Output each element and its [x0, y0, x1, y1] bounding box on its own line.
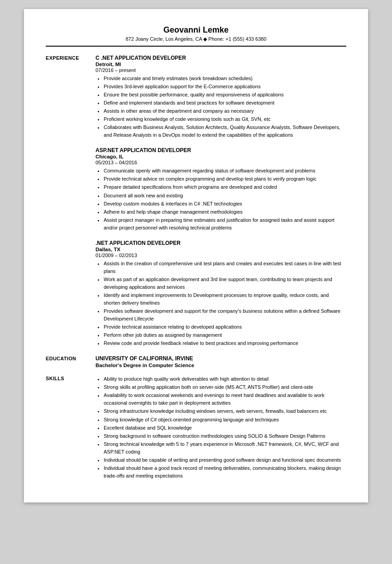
list-item: Perform other job duties as assigned by … — [104, 331, 346, 339]
education-label: EDUCATION — [46, 355, 96, 368]
job-2-bullets: Communicate openly with management regar… — [96, 167, 346, 231]
education-content: UNIVERSITY OF CALIFORNIA, IRVINE Bachelo… — [96, 355, 346, 368]
job-1-title: C .NET APPLICATION DEVELOPER — [96, 55, 346, 61]
list-item: Availability to work occasional weekends… — [104, 392, 346, 407]
list-item: Provide technical advice on complex prog… — [104, 175, 346, 183]
skills-section: SKILLS Ability to produce high quality w… — [46, 375, 346, 481]
list-item: Strong skills at profiling application b… — [104, 383, 346, 391]
job-2: ASP.NET APPLICATION DEVELOPER Chicago, I… — [96, 147, 346, 231]
list-item: Assists in other areas of the department… — [104, 107, 346, 115]
list-item: Strong infrastructure knowledge includin… — [104, 407, 346, 415]
candidate-name: Geovanni Lemke — [46, 25, 346, 35]
job-2-title: ASP.NET APPLICATION DEVELOPER — [96, 147, 346, 153]
resume-page: Geovanni Lemke 872 Joany Circle, Los Ang… — [24, 9, 368, 502]
experience-content: C .NET APPLICATION DEVELOPER Detroit, MI… — [96, 55, 346, 348]
job-3-title: .NET APPLICATION DEVELOPER — [96, 240, 346, 246]
list-item: Strong knowledge of C# object-oriented p… — [104, 416, 346, 424]
job-1: C .NET APPLICATION DEVELOPER Detroit, MI… — [96, 55, 346, 139]
list-item: Identify and implement improvements to D… — [104, 292, 346, 307]
experience-label: EXPERIENCE — [46, 55, 96, 348]
list-item: Proficient working knowledge of code ver… — [104, 115, 346, 123]
skills-bullets: Ability to produce high quality work del… — [96, 375, 346, 480]
list-item: Work as part of an application developme… — [104, 276, 346, 291]
list-item: Communicate openly with management regar… — [104, 167, 346, 175]
list-item: Provides 3rd-level application support f… — [104, 83, 346, 91]
list-item: Document all work new and existing — [104, 192, 346, 200]
experience-section: EXPERIENCE C .NET APPLICATION DEVELOPER … — [46, 55, 346, 348]
list-item: Assist project manager in preparing time… — [104, 216, 346, 232]
job-3-dates: 01/2009 – 02/2013 — [96, 253, 346, 258]
list-item: Individual should be capable of writing … — [104, 456, 346, 464]
list-item: Collaborates with Business Analysts, Sol… — [104, 124, 346, 139]
list-item: Individual should have a good track reco… — [104, 464, 346, 480]
list-item: Develop custom modules & interfaces in C… — [104, 200, 346, 208]
education-section: EDUCATION UNIVERSITY OF CALIFORNIA, IRVI… — [46, 355, 346, 368]
list-item: Ensure the best possible performance, qu… — [104, 91, 346, 99]
edu-degree: Bachelor's Degree in Computer Science — [96, 363, 346, 368]
list-item: Review code and provide feedback relativ… — [104, 339, 346, 347]
job-3-location: Dallas, TX — [96, 247, 346, 252]
list-item: Strong technical knowledge with 5 to 7 y… — [104, 440, 346, 456]
list-item: Adhere to and help shape change manageme… — [104, 208, 346, 216]
list-item: Provide technical assistance relating to… — [104, 323, 346, 331]
job-3-bullets: Assists in the creation of comprehensive… — [96, 260, 346, 348]
job-1-location: Detroit, MI — [96, 62, 346, 67]
skills-label: SKILLS — [46, 375, 96, 481]
job-3: .NET APPLICATION DEVELOPER Dallas, TX 01… — [96, 240, 346, 348]
list-item: Prepare detailed specifications from whi… — [104, 183, 346, 191]
list-item: Provide accurate and timely estimates (w… — [104, 75, 346, 82]
list-item: Assists in the creation of comprehensive… — [104, 260, 346, 275]
contact-info: 872 Joany Circle, Los Angeles, CA ◆ Phon… — [46, 36, 346, 42]
skills-content: Ability to produce high quality work del… — [96, 375, 346, 481]
edu-school: UNIVERSITY OF CALIFORNIA, IRVINE — [96, 355, 346, 362]
list-item: Provides software development and suppor… — [104, 307, 346, 323]
list-item: Strong background in software constructi… — [104, 432, 346, 440]
job-2-location: Chicago, IL — [96, 154, 346, 159]
resume-header: Geovanni Lemke 872 Joany Circle, Los Ang… — [46, 25, 346, 47]
job-1-bullets: Provide accurate and timely estimates (w… — [96, 75, 346, 139]
job-1-dates: 07/2016 – present — [96, 67, 346, 73]
job-2-dates: 05/2013 – 04/2016 — [96, 160, 346, 165]
list-item: Ability to produce high quality work del… — [104, 375, 346, 383]
list-item: Excellent database and SQL knowledge — [104, 424, 346, 432]
list-item: Define and implement standards and best … — [104, 99, 346, 107]
